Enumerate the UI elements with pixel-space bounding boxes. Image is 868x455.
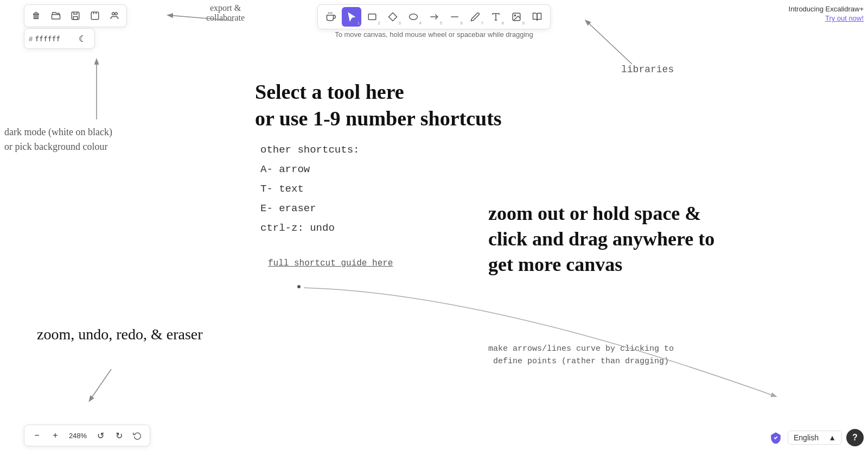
- svg-rect-7: [72, 12, 79, 20]
- open-button[interactable]: [47, 7, 65, 24]
- hash-symbol: #: [29, 35, 33, 43]
- svg-rect-15: [368, 14, 376, 20]
- top-left-toolbar: 🗑: [24, 4, 127, 27]
- library-tool[interactable]: [527, 7, 547, 27]
- shortcut-guide-link[interactable]: full shortcut guide here: [268, 258, 393, 268]
- center-toolbar: 1 2 3 4 5 6 7 8 9: [317, 4, 551, 29]
- undo-button[interactable]: ↺: [92, 427, 108, 444]
- curve-line1: make arrows/lines curve by clicking to: [488, 343, 674, 356]
- image-tool[interactable]: 9: [507, 7, 526, 27]
- dark-mode-button[interactable]: ☾: [75, 31, 90, 46]
- help-icon: ?: [852, 433, 858, 443]
- zoom-value: 248%: [66, 432, 90, 440]
- zoom-line2: click and drag anywhere to: [488, 226, 714, 252]
- svg-line-3: [90, 369, 111, 401]
- zoom-line1: zoom out or hold space &: [488, 201, 714, 226]
- annotations-svg: [0, 0, 868, 455]
- color-input[interactable]: [35, 35, 73, 43]
- annotation-curve: make arrows/lines curve by clicking to d…: [488, 343, 674, 368]
- annotation-zoom-canvas: zoom out or hold space & click and drag …: [488, 201, 714, 277]
- text-tool[interactable]: 8: [486, 7, 506, 27]
- zoom-out-button[interactable]: −: [29, 427, 45, 444]
- rectangle-tool[interactable]: 2: [362, 7, 382, 27]
- line-tool[interactable]: 6: [445, 7, 464, 27]
- svg-line-2: [586, 21, 632, 64]
- diamond-tool[interactable]: 3: [383, 7, 403, 27]
- svg-point-17: [410, 14, 418, 20]
- top-right-promo: Introducing Excalidraw+ Try out now!: [789, 4, 864, 22]
- collaborate-button[interactable]: [106, 7, 123, 24]
- zoom-in-button[interactable]: +: [47, 427, 63, 444]
- color-row: # ☾: [24, 28, 95, 49]
- annotation-zoom-bottom: zoom, undo, redo, & eraser: [37, 326, 203, 343]
- export-button[interactable]: [86, 7, 104, 24]
- pencil-tool[interactable]: 7: [465, 7, 485, 27]
- language-selector[interactable]: English ▲: [788, 431, 842, 445]
- svg-point-11: [115, 12, 118, 15]
- svg-marker-16: [389, 13, 397, 21]
- svg-point-23: [514, 15, 515, 16]
- zoom-line3: get more canvas: [488, 252, 714, 277]
- hand-tool[interactable]: [321, 7, 341, 27]
- try-out-link[interactable]: Try out now!: [789, 14, 864, 22]
- shortcut-eraser: E- eraser: [260, 199, 359, 218]
- language-value: English: [794, 433, 819, 442]
- annotation-libraries: libraries: [621, 64, 674, 75]
- shortcuts-header: other shortcuts:: [260, 140, 359, 160]
- main-title-line1: Select a tool here: [255, 79, 502, 105]
- shortcut-undo: ctrl-z: undo: [260, 218, 359, 238]
- redo-button[interactable]: ↻: [111, 427, 127, 444]
- eraser-reset-button[interactable]: [129, 427, 145, 444]
- select-tool[interactable]: 1: [342, 7, 361, 27]
- help-button[interactable]: ?: [846, 429, 864, 446]
- svg-rect-9: [91, 12, 99, 20]
- ellipse-tool[interactable]: 4: [404, 7, 423, 27]
- svg-rect-6: [52, 15, 60, 19]
- dot-decoration: [297, 285, 301, 288]
- main-title: Select a tool here or use 1-9 number sho…: [255, 79, 502, 132]
- annotation-export: export &collaborate: [206, 3, 245, 23]
- delete-button[interactable]: 🗑: [28, 7, 45, 24]
- shortcuts-list: other shortcuts: A- arrow T- text E- era…: [260, 140, 359, 238]
- main-title-line2: or use 1-9 number shortcuts: [255, 105, 502, 132]
- shortcut-arrow: A- arrow: [260, 160, 359, 179]
- canvas-hint: To move canvas, hold mouse wheel or spac…: [335, 30, 533, 39]
- svg-rect-8: [73, 17, 78, 20]
- arrow-tool[interactable]: 5: [424, 7, 444, 27]
- save-button[interactable]: [67, 7, 84, 24]
- bottom-right-controls: English ▲ ?: [768, 429, 864, 446]
- promo-line1: Introducing Excalidraw+: [789, 4, 864, 14]
- svg-point-10: [112, 12, 115, 15]
- curve-line2: define points (rather than dragging): [488, 356, 674, 368]
- shield-icon: [768, 430, 783, 445]
- bottom-toolbar: − + 248% ↺ ↻: [24, 425, 150, 446]
- annotation-dark: dark mode (white on black)or pick backgr…: [4, 125, 112, 154]
- chevron-up-icon: ▲: [828, 433, 836, 442]
- shortcut-text: T- text: [260, 179, 359, 199]
